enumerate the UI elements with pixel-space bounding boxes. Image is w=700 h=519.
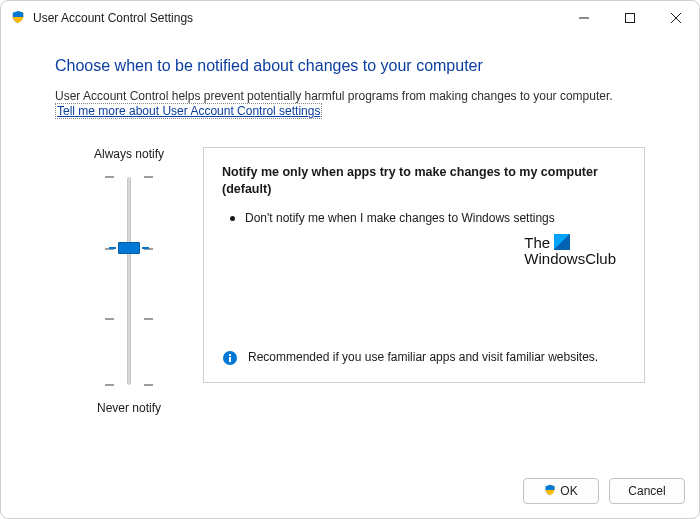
footer: OK Cancel bbox=[1, 478, 699, 518]
cancel-button[interactable]: Cancel bbox=[609, 478, 685, 504]
main-row: Always notify Never notify Notify me onl… bbox=[55, 147, 645, 415]
watermark-line1: The bbox=[524, 234, 550, 251]
minimize-button[interactable] bbox=[561, 3, 607, 33]
learn-more-link[interactable]: Tell me more about User Account Control … bbox=[55, 103, 322, 119]
maximize-button[interactable] bbox=[607, 3, 653, 33]
shield-icon bbox=[11, 10, 25, 27]
notification-slider[interactable] bbox=[99, 171, 159, 391]
page-heading: Choose when to be notified about changes… bbox=[55, 57, 645, 75]
bullet-icon bbox=[230, 216, 235, 221]
window-title: User Account Control Settings bbox=[33, 11, 193, 25]
info-icon bbox=[222, 350, 238, 366]
svg-rect-3 bbox=[229, 354, 231, 356]
recommendation-text: Recommended if you use familiar apps and… bbox=[248, 349, 598, 366]
ok-button[interactable]: OK bbox=[523, 478, 599, 504]
watermark: The WindowsClub bbox=[524, 234, 616, 267]
slider-label-bottom: Never notify bbox=[55, 401, 203, 415]
slider-label-top: Always notify bbox=[55, 147, 203, 161]
slider-thumb[interactable] bbox=[118, 242, 140, 254]
watermark-logo-icon bbox=[554, 234, 570, 250]
shield-icon bbox=[544, 484, 556, 499]
close-button[interactable] bbox=[653, 3, 699, 33]
svg-rect-0 bbox=[626, 14, 635, 23]
panel-bullet-row: Don't notify me when I make changes to W… bbox=[222, 210, 626, 227]
slider-column: Always notify Never notify bbox=[55, 147, 203, 415]
detail-panel: Notify me only when apps try to make cha… bbox=[203, 147, 645, 383]
content-area: Choose when to be notified about changes… bbox=[1, 35, 699, 478]
cancel-button-label: Cancel bbox=[628, 484, 665, 498]
recommendation-row: Recommended if you use familiar apps and… bbox=[222, 349, 626, 366]
titlebar-buttons bbox=[561, 3, 699, 33]
slider-track bbox=[127, 177, 131, 385]
panel-bullet-text: Don't notify me when I make changes to W… bbox=[245, 210, 555, 227]
description-text: User Account Control helps prevent poten… bbox=[55, 89, 645, 103]
panel-title: Notify me only when apps try to make cha… bbox=[222, 164, 626, 198]
ok-button-label: OK bbox=[560, 484, 577, 498]
svg-rect-2 bbox=[229, 357, 231, 362]
watermark-line2: WindowsClub bbox=[524, 250, 616, 267]
uac-settings-window: User Account Control Settings Choose whe… bbox=[0, 0, 700, 519]
titlebar: User Account Control Settings bbox=[1, 1, 699, 35]
